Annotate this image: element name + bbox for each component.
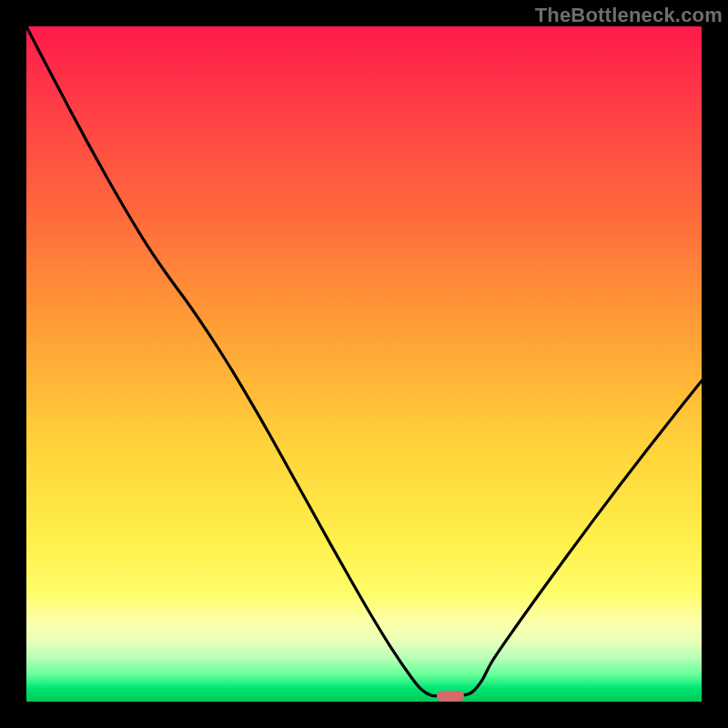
plot-area <box>26 26 702 702</box>
watermark-text: TheBottleneck.com <box>535 4 723 27</box>
minimum-marker <box>437 691 464 702</box>
chart-frame: TheBottleneck.com <box>0 0 728 728</box>
